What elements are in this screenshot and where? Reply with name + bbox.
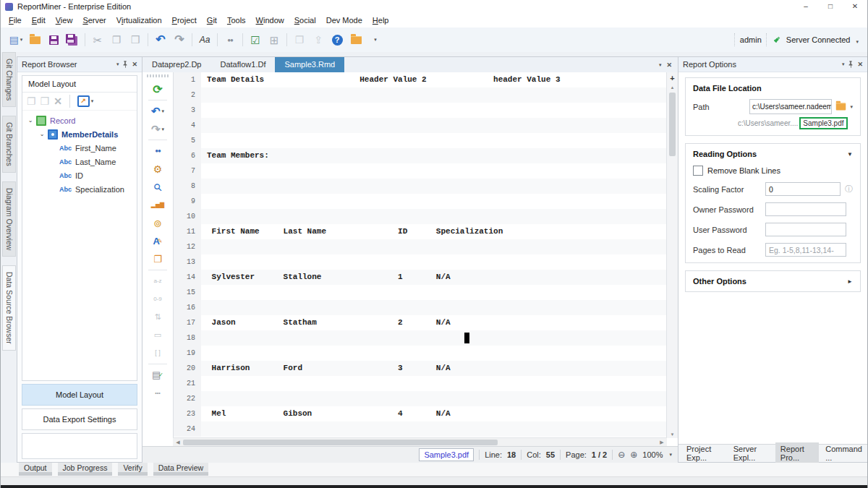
owner-password-input[interactable] bbox=[765, 202, 846, 216]
panel-menu-icon[interactable]: ▾ bbox=[116, 61, 119, 67]
tree-item-id[interactable]: AbcID bbox=[22, 168, 137, 182]
brackets-field-button[interactable]: [ ] bbox=[142, 344, 173, 362]
tree-item-last_name[interactable]: AbcLast_Name bbox=[22, 155, 137, 168]
zoom-level[interactable]: 100% bbox=[642, 450, 663, 459]
db-verify-button[interactable]: ▤✓ bbox=[142, 366, 173, 384]
menu-help[interactable]: Help bbox=[367, 14, 394, 26]
path-dropdown-icon[interactable]: ▾ bbox=[850, 104, 853, 110]
editor-line[interactable]: 23 Mel Gibson 4 N/A bbox=[174, 406, 666, 421]
sort-alnum-button[interactable]: ⇅ bbox=[142, 308, 173, 326]
field-properties-button[interactable]: ⊚ bbox=[142, 214, 173, 232]
side-tab-git-branches[interactable]: Git Branches bbox=[2, 116, 16, 173]
document-tab-sample3.rmd[interactable]: Sample3.Rmd bbox=[275, 57, 344, 72]
font-button[interactable]: Aa bbox=[196, 31, 213, 48]
toolbar-overflow-button[interactable]: ▾ bbox=[366, 31, 383, 48]
tree-item-record[interactable]: ⌄Record bbox=[22, 114, 137, 127]
pattern-search-button[interactable]: ⚲ bbox=[142, 178, 173, 196]
tree-item-first_name[interactable]: AbcFirst_Name bbox=[22, 141, 137, 155]
export-model-button[interactable]: ↗▾ bbox=[77, 95, 94, 107]
validate-button[interactable]: ☑ bbox=[247, 31, 264, 48]
analyze-data-button[interactable]: ▂▅▇ bbox=[142, 196, 173, 214]
editor-line[interactable]: 5 bbox=[174, 133, 666, 148]
undo-button[interactable]: ↶▾ bbox=[142, 102, 173, 120]
panel-tab-command-[interactable]: Command ... bbox=[820, 442, 867, 464]
refresh-button[interactable]: ⟳ bbox=[142, 80, 173, 98]
side-tab-diagram-overview[interactable]: Diagram Overview bbox=[2, 181, 16, 257]
status-file-name[interactable]: Sample3.pdf bbox=[419, 448, 474, 461]
expand-icon[interactable]: ► bbox=[847, 278, 853, 285]
add-record-button[interactable]: ❐ bbox=[27, 96, 36, 106]
editor-line[interactable]: 3 bbox=[174, 103, 666, 118]
browse-folder-icon[interactable] bbox=[836, 103, 846, 111]
more-tools-button[interactable]: ••• bbox=[142, 384, 173, 402]
new-project-button[interactable]: ▤▾ bbox=[7, 31, 25, 48]
panel-tab-server-expl-[interactable]: Server Expl... bbox=[728, 442, 774, 464]
editor-line[interactable]: 17 Jason Statham 2 N/A bbox=[174, 315, 666, 330]
path-input[interactable]: c:\Users\sameer.nadeem\OneDrive bbox=[749, 99, 832, 114]
export-disabled-button[interactable]: ❐ bbox=[291, 31, 308, 48]
help-button[interactable]: ? bbox=[328, 31, 346, 48]
toolbar-options-button[interactable]: ▾ bbox=[856, 39, 859, 45]
editor-line[interactable]: 13 bbox=[174, 254, 666, 270]
auto-create-fields-button[interactable]: ⚙ bbox=[142, 160, 173, 178]
panel-tab-project-exp-[interactable]: Project Exp... bbox=[681, 442, 727, 464]
bottom-tab-output[interactable]: Output bbox=[19, 463, 52, 476]
undo-button[interactable]: ↶ bbox=[152, 31, 169, 48]
find-in-report-button[interactable]: ●● bbox=[142, 142, 173, 160]
scaling-factor-input[interactable]: 0 bbox=[765, 182, 841, 196]
find-button[interactable]: ●● bbox=[221, 31, 239, 48]
scroll-down-icon[interactable]: ▼ bbox=[671, 431, 675, 438]
splitter-icon[interactable]: + bbox=[670, 72, 674, 84]
panel-close-icon[interactable]: ✕ bbox=[132, 61, 137, 68]
document-tab-dataflow1.df[interactable]: Dataflow1.Df bbox=[211, 57, 276, 72]
model-layout-button[interactable]: Model Layout bbox=[22, 384, 137, 406]
minimize-button[interactable]: – bbox=[793, 0, 818, 13]
editor-line[interactable]: 11 First Name Last Name ID Specializatio… bbox=[174, 224, 666, 239]
pin-icon[interactable] bbox=[848, 61, 854, 68]
side-tab-data-source-browser[interactable]: Data Source Browser bbox=[2, 265, 16, 351]
panel-close-icon[interactable]: ✕ bbox=[857, 61, 863, 68]
tab-list-icon[interactable]: ▾ bbox=[659, 62, 662, 68]
bottom-tab-verify[interactable]: Verify bbox=[118, 463, 147, 476]
editor-line[interactable]: 10 bbox=[174, 209, 666, 224]
vertical-scrollbar[interactable]: + ▲ ▼ bbox=[666, 72, 678, 438]
menu-tools[interactable]: Tools bbox=[222, 14, 251, 26]
menu-view[interactable]: View bbox=[51, 14, 78, 26]
editor-line[interactable]: 15 bbox=[174, 285, 666, 300]
paste-button[interactable]: ❒ bbox=[127, 31, 144, 48]
editor-line[interactable]: 24 bbox=[174, 421, 666, 437]
editor-line[interactable]: 21 bbox=[174, 376, 666, 391]
panel-tab-report-pro-[interactable]: Report Pro... bbox=[775, 442, 819, 464]
editor-line[interactable]: 6Team Members: bbox=[174, 148, 666, 163]
menu-dev-mode[interactable]: Dev Mode bbox=[321, 14, 367, 26]
editor-line[interactable]: 8 bbox=[174, 179, 666, 194]
editor-line[interactable]: 1Team Details Header Value 2 header Valu… bbox=[174, 72, 666, 87]
editor-line[interactable]: 14 Sylvester Stallone 1 N/A bbox=[174, 270, 666, 285]
sort-alpha-button[interactable]: a-z bbox=[142, 272, 173, 290]
document-tab-dataprep2.dp[interactable]: Dataprep2.Dp bbox=[142, 57, 211, 72]
menu-virtualization[interactable]: Virtualization bbox=[111, 14, 167, 26]
menu-file[interactable]: File bbox=[4, 14, 27, 26]
font-edit-button[interactable]: A✎ bbox=[142, 232, 173, 250]
editor-line[interactable]: 9 bbox=[174, 194, 666, 209]
pages-to-read-input[interactable]: Eg. 1-5,8,11-13,14- bbox=[765, 243, 846, 257]
save-button[interactable] bbox=[45, 31, 62, 48]
menu-edit[interactable]: Edit bbox=[27, 14, 51, 26]
editor-line[interactable]: 19 bbox=[174, 346, 666, 361]
menu-git[interactable]: Git bbox=[202, 14, 222, 26]
sort-numeric-button[interactable]: 0-9 bbox=[142, 290, 173, 308]
export-package-button[interactable]: ❐ bbox=[142, 250, 173, 268]
scroll-right-icon[interactable]: ▶ bbox=[657, 440, 667, 445]
run-dataflow-button[interactable]: ⊞ bbox=[265, 31, 283, 48]
menu-window[interactable]: Window bbox=[251, 14, 289, 26]
report-text-view[interactable]: 1Team Details Header Value 2 header Valu… bbox=[174, 72, 666, 438]
save-all-button[interactable] bbox=[64, 31, 81, 48]
zoom-dropdown-icon[interactable]: ▾ bbox=[669, 452, 672, 458]
editor-line[interactable]: 2 bbox=[174, 87, 666, 103]
close-document-icon[interactable]: ✕ bbox=[666, 61, 672, 69]
toolbar-drag-handle[interactable] bbox=[147, 74, 169, 77]
tree-item-memberdetails[interactable]: ⌄MemberDetails bbox=[22, 127, 137, 141]
editor-line[interactable]: 22 bbox=[174, 391, 666, 406]
remove-blank-lines-checkbox[interactable] bbox=[693, 166, 703, 176]
editor-line[interactable]: 4 bbox=[174, 118, 666, 133]
